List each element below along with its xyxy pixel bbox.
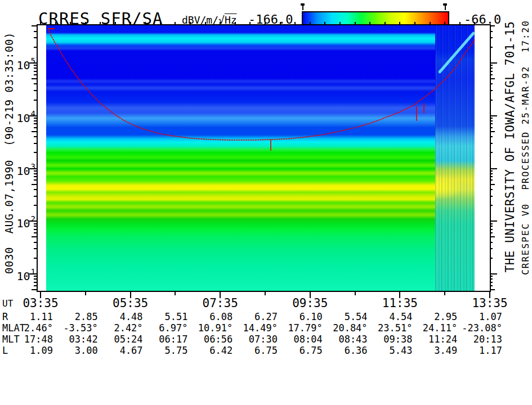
top-axis-tick [130, 22, 131, 24]
y-axis-tick [34, 205, 37, 206]
top-axis-tick [100, 22, 101, 24]
y-axis-tick [490, 120, 493, 122]
colorbar-marker-left-icon [300, 3, 305, 11]
y-axis-tick-label: 103 [15, 162, 35, 177]
y-axis-tick [34, 74, 37, 75]
x-axis-tick-label: 13:35 [466, 296, 513, 310]
credit-university-label: THE UNIVERSITY OF IOWA/AFGL 701-15 [503, 21, 517, 273]
y-axis-tick [32, 25, 37, 26]
y-axis-tick [490, 220, 497, 222]
y-axis-tick [34, 127, 37, 128]
y-axis-tick [34, 232, 37, 233]
left-axis-annotation: 0030 AUG.07,1990 (90-219 03:35:00) [3, 32, 15, 274]
y-axis-tick [34, 282, 37, 283]
top-axis-tick [145, 22, 146, 24]
y-axis-tick [34, 100, 37, 101]
y-axis-tick [490, 168, 497, 169]
y-axis-tick [490, 189, 493, 190]
x-axis-tick [85, 292, 86, 295]
y-axis-tick [34, 83, 37, 84]
y-axis-tick [490, 127, 493, 128]
y-axis-tick [32, 78, 37, 79]
top-axis-tick [205, 22, 206, 24]
y-axis-tick [34, 37, 37, 38]
y-axis-tick [490, 115, 497, 116]
x-axis-tick-label: 09:35 [287, 296, 334, 310]
y-axis-tick [34, 258, 37, 259]
top-axis-tick [280, 22, 281, 24]
y-axis-tick [490, 143, 493, 144]
top-axis-tick [175, 22, 176, 24]
top-axis-tick [55, 22, 56, 24]
y-axis-tick [490, 176, 493, 177]
y-axis-tick [34, 71, 37, 72]
y-axis-tick [490, 285, 493, 286]
top-axis-tick [369, 22, 370, 24]
y-axis-tick [34, 136, 37, 137]
y-axis-tick [490, 90, 493, 91]
y-axis-tick [34, 152, 37, 153]
y-axis-tick [490, 248, 493, 249]
x-axis-tick-label: 07:35 [196, 296, 244, 310]
y-axis-tick [32, 131, 37, 132]
top-axis-tick [220, 22, 221, 24]
y-axis-tick [490, 68, 493, 69]
y-axis-tick [490, 276, 493, 277]
top-axis-tick [310, 22, 311, 24]
y-axis-tick [490, 123, 493, 124]
x-axis-tick [355, 292, 356, 295]
y-axis-tick [34, 143, 37, 144]
ephemeris-value: 1.07 [448, 311, 502, 322]
y-axis-tick [490, 242, 493, 243]
y-axis-tick [490, 100, 493, 101]
y-axis-tick [34, 196, 37, 197]
ephemeris-value: 20:13 [448, 334, 502, 345]
top-axis-tick [474, 22, 475, 24]
y-axis-tick [490, 226, 493, 227]
y-axis-tick [34, 179, 37, 181]
y-axis-tick [490, 236, 495, 237]
processing-info-label: CRRESPEC V0 PROCESSED 25-MAR-92 17:20 [520, 20, 531, 275]
y-axis-tick-label: 104 [15, 109, 35, 124]
y-axis-tick [34, 285, 37, 286]
y-axis-tick [490, 136, 493, 137]
y-axis-tick-label: 101 [15, 267, 35, 282]
y-axis-tick [490, 196, 493, 197]
y-axis-tick [490, 37, 493, 38]
top-axis-tick [430, 22, 431, 24]
y-axis-tick-label: 102 [15, 214, 35, 229]
y-axis-tick [34, 248, 37, 249]
x-axis-tick [265, 292, 266, 295]
x-axis-title: UT [2, 298, 13, 309]
y-axis-tick [490, 118, 493, 119]
y-axis-tick [34, 123, 37, 124]
y-axis-tick [34, 47, 37, 48]
top-axis-tick [249, 22, 251, 24]
ephemeris-value: -23.08° [448, 322, 502, 334]
top-axis-tick [399, 22, 400, 24]
y-axis-tick-label: 105 [15, 56, 35, 71]
y-axis-tick [490, 83, 493, 84]
y-axis-tick [490, 258, 493, 259]
y-axis-tick [34, 242, 37, 243]
y-axis-tick [490, 289, 495, 290]
spectrogram-page: CRRES SFR/SA dBV/m/√Hz -166.0 -66.0 0030… [0, 0, 532, 405]
y-axis-tick [490, 179, 493, 181]
y-axis-tick [32, 184, 37, 185]
top-axis-tick [70, 22, 71, 24]
top-axis-tick [40, 22, 41, 24]
top-axis-tick [414, 22, 415, 24]
top-axis-tick [294, 22, 296, 24]
x-axis-tick-label: 11:35 [376, 296, 423, 310]
top-axis-tick [265, 22, 266, 24]
y-axis-tick [490, 78, 495, 79]
colorbar-marker-right-icon [442, 3, 448, 11]
y-axis-tick [32, 236, 37, 237]
y-axis-tick [490, 232, 493, 233]
x-axis-tick-label: 03:35 [17, 296, 64, 310]
top-axis-tick [190, 22, 191, 24]
y-axis-tick [490, 184, 495, 185]
top-axis-tick [235, 22, 236, 24]
y-axis-tick [490, 282, 493, 283]
y-axis-tick [490, 229, 493, 230]
